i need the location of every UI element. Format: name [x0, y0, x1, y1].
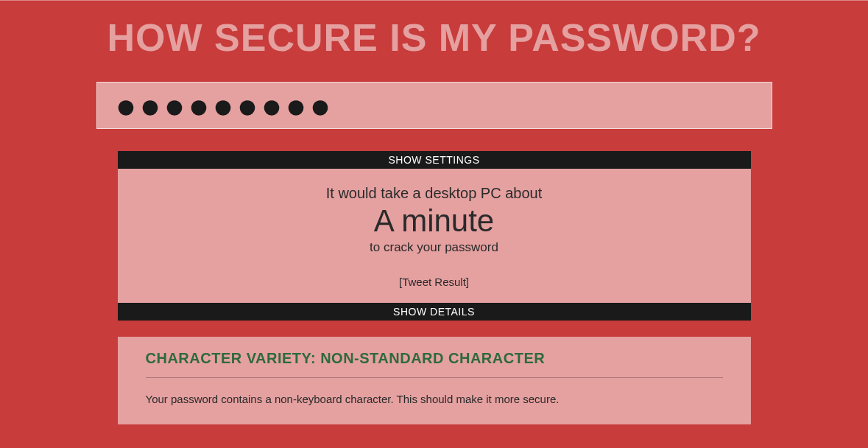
page-container: HOW SECURE IS MY PASSWORD? SHOW SETTINGS… — [0, 1, 868, 439]
result-prefix-text: It would take a desktop PC about — [118, 185, 751, 202]
info-description: Your password contains a non-keyboard ch… — [146, 393, 723, 405]
content-wrapper: SHOW SETTINGS It would take a desktop PC… — [96, 82, 772, 424]
page-title: HOW SECURE IS MY PASSWORD? — [0, 15, 868, 60]
result-panel: It would take a desktop PC about A minut… — [118, 169, 751, 303]
show-settings-button[interactable]: SHOW SETTINGS — [118, 151, 751, 169]
result-time-text: A minute — [118, 203, 751, 239]
tweet-result-link[interactable]: [Tweet Result] — [118, 276, 751, 288]
info-heading: CHARACTER VARIETY: NON-STANDARD CHARACTE… — [146, 350, 723, 378]
result-suffix-text: to crack your password — [118, 240, 751, 255]
password-input[interactable] — [96, 82, 772, 129]
info-panel: CHARACTER VARIETY: NON-STANDARD CHARACTE… — [118, 337, 751, 424]
results-section: SHOW SETTINGS It would take a desktop PC… — [118, 151, 751, 424]
show-details-button[interactable]: SHOW DETAILS — [118, 303, 751, 321]
